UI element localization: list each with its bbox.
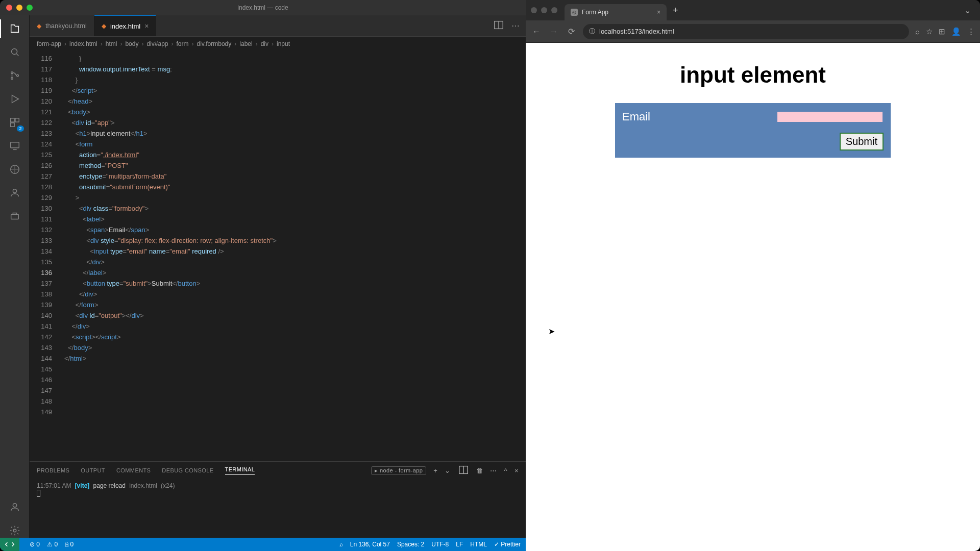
kill-terminal-icon[interactable]: 🗑 — [476, 467, 483, 474]
html-file-icon: ◆ — [102, 22, 106, 30]
status-lang[interactable]: HTML — [470, 541, 487, 548]
live-share-icon[interactable] — [8, 186, 22, 200]
browser-viewport[interactable]: input element Email Submit — [526, 43, 980, 551]
svg-point-2 — [11, 78, 13, 80]
html-file-icon: ◆ — [37, 22, 41, 30]
tab-index[interactable]: ◆ index.html × — [94, 15, 156, 36]
remote-explorer-icon[interactable] — [8, 139, 22, 153]
status-encoding[interactable]: UTF-8 — [431, 541, 449, 548]
new-terminal-icon[interactable]: + — [433, 467, 437, 474]
window-title: index.html — code — [0, 4, 526, 11]
extensions-badge: 2 — [17, 126, 23, 132]
zoom-icon[interactable]: ⌕ — [915, 27, 920, 36]
browser-tabstrip: ◎ Form App × + ⌄ — [526, 0, 980, 20]
address-bar[interactable]: ⓘ localhost:5173/index.html — [583, 24, 909, 39]
browser-menu-icon[interactable]: ⋮ — [967, 27, 975, 36]
browser-tab[interactable]: ◎ Form App × — [565, 4, 667, 20]
svg-point-12 — [13, 529, 16, 532]
svg-point-1 — [11, 72, 13, 74]
status-bar: ⊘ 0 ⚠ 0 ⎘ 0 ⌕ Ln 136, Col 57 Spaces: 2 U… — [0, 538, 526, 551]
panel-tab-comments[interactable]: COMMENTS — [116, 467, 151, 473]
maximize-panel-icon[interactable]: ^ — [504, 467, 507, 474]
status-ports[interactable]: ⎘ 0 — [65, 541, 74, 548]
run-debug-icon[interactable] — [8, 92, 22, 106]
svg-point-9 — [13, 189, 16, 193]
remote-indicator[interactable] — [0, 538, 19, 551]
svg-point-11 — [13, 504, 16, 507]
close-window-icon[interactable] — [6, 5, 12, 11]
terminal-output[interactable]: 11:57:01 AM [vite] page reload index.htm… — [30, 479, 526, 538]
status-prettier[interactable]: ✓ Prettier — [494, 541, 521, 548]
code-editor[interactable]: 1161171181191201211221231241251261271281… — [30, 51, 526, 461]
svg-rect-4 — [10, 118, 14, 122]
panel-tab-debug[interactable]: DEBUG CONSOLE — [162, 467, 213, 473]
svg-point-3 — [16, 74, 18, 77]
email-input[interactable] — [776, 111, 884, 123]
browser-tab-title: Form App — [582, 9, 608, 16]
explorer-icon[interactable] — [8, 21, 22, 36]
panel-tabs: PROBLEMS OUTPUT COMMENTS DEBUG CONSOLE T… — [30, 462, 526, 479]
nav-forward-icon[interactable]: → — [548, 27, 559, 36]
profile-avatar-icon[interactable]: 👤 — [951, 27, 961, 36]
close-tab-icon[interactable]: × — [144, 22, 149, 30]
split-terminal-icon[interactable] — [458, 464, 469, 477]
settings-gear-icon[interactable] — [8, 523, 22, 538]
new-tab-button[interactable]: + — [667, 5, 684, 16]
search-icon[interactable] — [8, 45, 22, 59]
line-gutter: 1161171181191201211221231241251261271281… — [30, 51, 61, 461]
status-search-icon[interactable]: ⌕ — [339, 541, 343, 548]
terminal-more-icon[interactable]: ⋯ — [490, 467, 497, 474]
ports-icon[interactable] — [8, 209, 22, 223]
browser-window-controls[interactable] — [531, 7, 557, 13]
zoom-window-icon[interactable] — [27, 5, 33, 11]
breadcrumb[interactable]: form-app› index.html› html› body› div#ap… — [30, 37, 526, 51]
svg-rect-10 — [11, 214, 18, 219]
site-info-icon[interactable]: ⓘ — [589, 27, 595, 36]
minimize-window-icon[interactable] — [16, 5, 22, 11]
vscode-window: index.html — code 2 ◆ thankyou.html — [0, 0, 526, 551]
source-control-icon[interactable] — [8, 68, 22, 83]
activity-bar: 2 — [0, 15, 30, 538]
close-tab-icon[interactable]: × — [657, 9, 660, 16]
bookmark-star-icon[interactable]: ☆ — [926, 27, 933, 36]
accounts-icon[interactable] — [8, 500, 22, 514]
extensions-puzzle-icon[interactable]: ⊞ — [939, 27, 945, 36]
submit-button[interactable]: Submit — [840, 133, 884, 151]
url-text: localhost:5173/index.html — [599, 28, 674, 35]
page-heading: input element — [546, 62, 960, 88]
form-body: Email Submit — [615, 103, 891, 158]
svg-rect-5 — [15, 118, 18, 122]
terminal-launch-profile[interactable]: ▸ node - form-app — [371, 466, 426, 475]
window-controls[interactable] — [6, 5, 33, 11]
status-ln-col[interactable]: Ln 136, Col 57 — [350, 541, 390, 548]
browser-toolbar: ← → ⟳ ⓘ localhost:5173/index.html ⌕ ☆ ⊞ … — [526, 20, 980, 43]
status-eol[interactable]: LF — [456, 541, 463, 548]
editor-tabbar: ◆ thankyou.html ◆ index.html × ⋯ — [30, 15, 526, 37]
svg-point-0 — [11, 49, 17, 55]
nav-back-icon[interactable]: ← — [531, 27, 542, 36]
status-spaces[interactable]: Spaces: 2 — [397, 541, 424, 548]
terminal-dropdown-icon[interactable]: ⌄ — [445, 467, 450, 474]
browser-window: ◎ Form App × + ⌄ ← → ⟳ ⓘ localhost:5173/… — [526, 0, 980, 551]
panel-tab-output[interactable]: OUTPUT — [81, 467, 105, 473]
code-area[interactable]: } window.output.innerText = msg; } </scr… — [61, 51, 526, 461]
terminal-cursor — [37, 490, 40, 497]
extensions-icon[interactable]: 2 — [8, 115, 22, 130]
tab-overflow-icon[interactable]: ⌄ — [960, 6, 975, 15]
status-warnings[interactable]: ⚠ 0 — [47, 541, 58, 548]
testing-icon[interactable] — [8, 162, 22, 177]
split-editor-icon[interactable] — [493, 19, 504, 33]
tab-label: index.html — [110, 22, 140, 30]
tab-thankyou[interactable]: ◆ thankyou.html — [30, 15, 94, 36]
tab-label: thankyou.html — [45, 22, 87, 30]
panel-tab-problems[interactable]: PROBLEMS — [37, 467, 69, 473]
vscode-titlebar: index.html — code — [0, 0, 526, 15]
favicon-icon: ◎ — [571, 9, 578, 16]
email-label: Email — [622, 110, 650, 123]
close-panel-icon[interactable]: × — [514, 467, 519, 474]
panel-tab-terminal[interactable]: TERMINAL — [225, 466, 255, 475]
status-errors[interactable]: ⊘ 0 — [30, 541, 40, 548]
reload-icon[interactable]: ⟳ — [566, 27, 577, 36]
more-actions-icon[interactable]: ⋯ — [511, 21, 520, 31]
svg-rect-7 — [10, 142, 19, 148]
